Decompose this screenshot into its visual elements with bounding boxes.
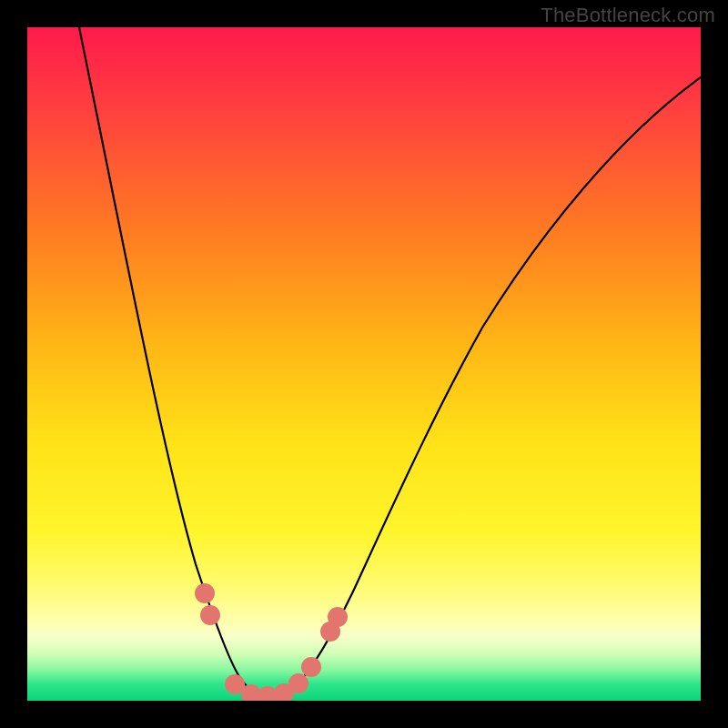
curve-marker — [200, 605, 220, 625]
watermark-text: TheBottleneck.com — [541, 4, 715, 27]
plot-area — [27, 27, 701, 701]
curve-marker — [301, 657, 321, 677]
chart-frame: TheBottleneck.com — [0, 0, 728, 728]
curve-marker — [195, 583, 215, 603]
curve-marker — [288, 673, 308, 693]
chart-svg — [27, 27, 701, 701]
curve-marker — [328, 607, 348, 627]
gradient-background — [27, 27, 701, 701]
